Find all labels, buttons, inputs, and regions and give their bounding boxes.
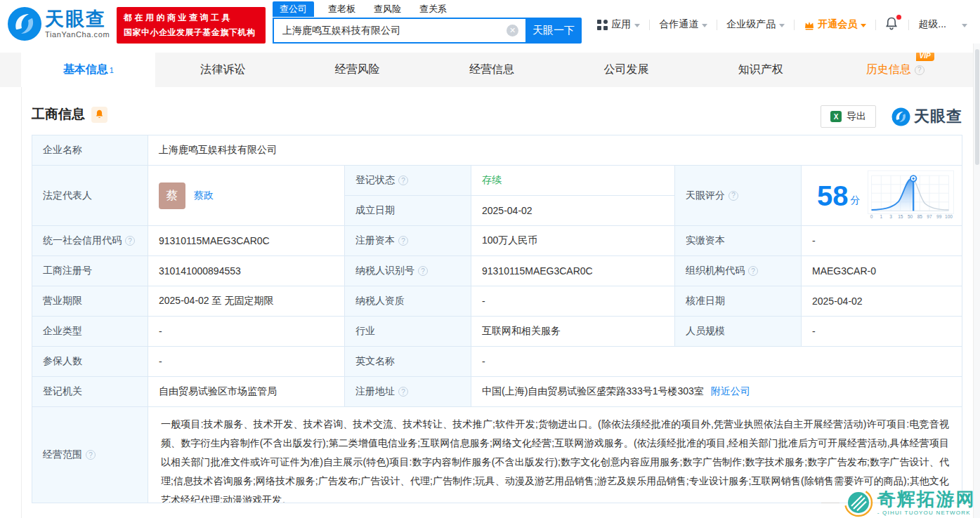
svg-text:97: 97 (927, 213, 932, 218)
score-cell: 58 分 (802, 166, 962, 226)
menu-divider (649, 20, 650, 30)
tianyancha-logo[interactable]: 天眼查 TianYanCha.com (7, 6, 110, 41)
watermark-divider (821, 503, 839, 503)
bell-icon (885, 17, 898, 31)
menu-enterprise[interactable]: 企业级产品 (726, 18, 785, 31)
field-label: 英文名称 (345, 347, 471, 377)
help-icon[interactable]: ? (398, 236, 408, 246)
chevron-down-icon (702, 24, 707, 27)
paid-capital-value: - (802, 226, 962, 256)
promo-line1: 都在用的商业查询工具 (124, 12, 266, 24)
bell-icon (95, 109, 104, 119)
page-scrollbar (973, 44, 980, 518)
search-input[interactable] (273, 18, 525, 44)
tab-intellectual-property[interactable]: 知识产权 (693, 53, 828, 87)
svg-text:85: 85 (917, 213, 922, 218)
section-title: 工商信息 (32, 105, 85, 124)
export-button[interactable]: X 导出 (821, 105, 876, 128)
svg-text:100: 100 (945, 213, 953, 218)
notifications-bell[interactable] (885, 17, 899, 32)
svg-text:0: 0 (870, 213, 873, 218)
chevron-down-icon (861, 24, 866, 27)
svg-text:1: 1 (880, 213, 882, 218)
section-header: 工商信息 X 导出 天眼查 (32, 105, 962, 129)
english-name-value: - (471, 347, 962, 377)
legal-rep-link[interactable]: 蔡政 (194, 190, 214, 202)
nearby-companies-link[interactable]: 附近公司 (711, 385, 750, 398)
field-label: 统一社会信用代码? (32, 226, 148, 256)
apps-grid-icon (597, 20, 608, 30)
chevron-down-icon (634, 24, 640, 27)
monitor-bell-button[interactable] (91, 107, 107, 123)
company-type-value: - (148, 317, 345, 347)
chevron-down-icon (779, 24, 785, 27)
left-rail-divider (21, 87, 22, 518)
vip-badge: VIP (916, 51, 934, 61)
field-label: 成立日期 (345, 196, 471, 226)
field-label: 登记机关 (32, 377, 148, 407)
industry-value: 互联网和相关服务 (471, 317, 675, 347)
insured-count-value: - (148, 347, 345, 377)
crown-icon (804, 20, 815, 30)
menu-divider (717, 20, 717, 30)
tianyancha-swirl-icon (891, 107, 910, 126)
field-label: 实缴资本 (675, 226, 802, 256)
help-icon[interactable]: ? (398, 175, 408, 185)
score-unit: 分 (851, 194, 861, 207)
menu-account[interactable]: 超级... (918, 18, 967, 31)
search-tab-company[interactable]: 查公司 (273, 1, 314, 17)
business-term-value: 2025-04-02 至 无固定期限 (148, 286, 345, 317)
clear-search-icon[interactable]: ✕ (507, 25, 518, 36)
help-icon[interactable]: ? (398, 387, 408, 397)
tab-company-development[interactable]: 公司发展 (559, 53, 693, 87)
search-tab-boss[interactable]: 查老板 (328, 1, 355, 17)
promo-banner: 都在用的商业查询工具 国家中小企业发展子基金旗下机构 (117, 7, 266, 44)
field-label: 营业期限 (32, 286, 148, 317)
field-label: 经营范围? (32, 407, 148, 503)
field-label: 纳税人资质 (345, 286, 471, 317)
registered-address-value: 中国(上海)自由贸易试验区盛荣路333号1号楼303室 (482, 385, 704, 398)
top-menu: 应用 合作通道 企业级产品 开通会员 超级... (597, 17, 967, 32)
tab-operational-risk[interactable]: 经营风险 (290, 53, 424, 87)
menu-cooperation[interactable]: 合作通道 (659, 18, 707, 31)
watermark-subtitle: - QIHUI TUOYOU NETWORK - (877, 510, 976, 516)
menu-vip[interactable]: 开通会员 (804, 18, 866, 31)
tab-badge-count: 1 (110, 66, 114, 74)
search-tab-risk[interactable]: 查风险 (374, 1, 401, 17)
field-label: 组织机构代码? (675, 256, 802, 286)
promo-line2: 国家中小企业发展子基金旗下机构 (124, 27, 266, 39)
scrollbar-thumb[interactable] (975, 49, 979, 165)
search-tab-relation[interactable]: 查关系 (419, 1, 447, 17)
top-header: 天眼查 TianYanCha.com 都在用的商业查询工具 国家中小企业发展子基… (0, 0, 980, 53)
tab-basic-info[interactable]: 基本信息1 (21, 53, 155, 87)
registration-status-value: 存续 (471, 166, 675, 196)
field-label: 天眼评分? (675, 166, 802, 226)
menu-apps[interactable]: 应用 (597, 18, 640, 31)
tab-legal-proceedings[interactable]: 法律诉讼 (155, 53, 289, 87)
tab-history-info[interactable]: 历史信息 VIP ? (828, 53, 962, 87)
registered-address-cell: 中国(上海)自由贸易试验区盛荣路333号1号楼303室 附近公司 (471, 377, 962, 407)
field-label: 纳税人识别号? (345, 256, 471, 286)
help-icon[interactable]: ? (86, 450, 96, 460)
tab-business-info[interactable]: 经营信息 (424, 53, 558, 87)
credit-code-value: 91310115MAEG3CAR0C (148, 226, 345, 256)
help-icon[interactable]: ? (748, 266, 758, 276)
help-icon[interactable]: ? (915, 65, 925, 75)
help-icon[interactable]: ? (418, 266, 428, 276)
help-icon[interactable]: ? (729, 191, 738, 201)
svg-text:3: 3 (889, 213, 892, 218)
field-label: 人员规模 (675, 317, 802, 347)
field-label: 注册资本? (345, 226, 471, 256)
field-label: 登记状态? (345, 166, 471, 196)
search-button[interactable]: 天眼一下 (525, 18, 582, 44)
watermark-title: 奇辉拓游网 (877, 490, 976, 508)
site-watermark: 奇辉拓游网 - QIHUI TUOYOU NETWORK - (821, 488, 976, 517)
excel-icon: X (830, 111, 842, 122)
legal-rep-avatar[interactable]: 蔡 (159, 182, 185, 209)
field-label: 核准日期 (675, 286, 802, 317)
staff-size-value: - (802, 317, 962, 347)
field-label: 注册地址? (345, 377, 471, 407)
business-info-table: 企业名称 上海鹿鸣互娱科技有限公司 法定代表人 蔡 蔡政 登记状态? 存续 成立… (32, 135, 962, 503)
help-icon[interactable]: ? (125, 236, 135, 246)
company-nav-tabs: 基本信息1 法律诉讼 经营风险 经营信息 公司发展 知识产权 历史信息 VIP … (0, 53, 980, 87)
